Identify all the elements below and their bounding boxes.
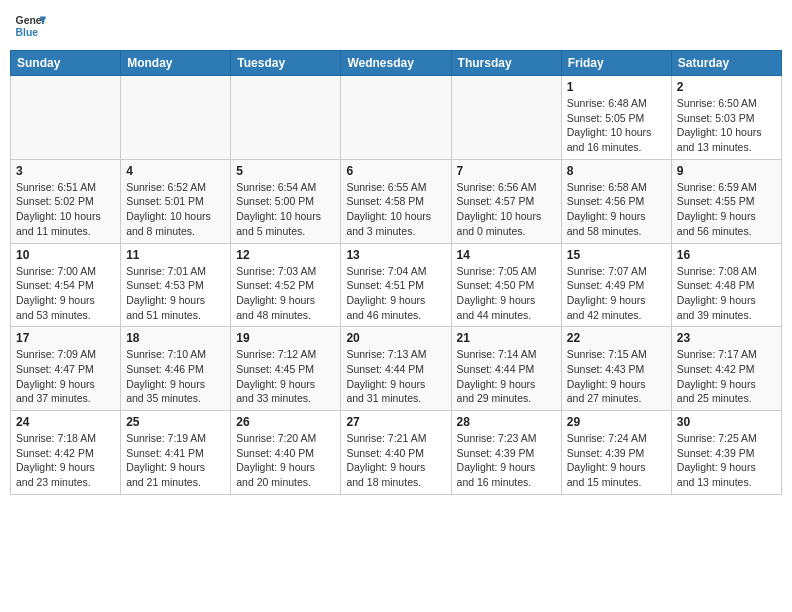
day-info: Sunrise: 7:18 AM Sunset: 4:42 PM Dayligh… xyxy=(16,431,115,490)
day-number: 8 xyxy=(567,164,666,178)
calendar-cell: 19Sunrise: 7:12 AM Sunset: 4:45 PM Dayli… xyxy=(231,327,341,411)
logo: General Blue xyxy=(14,10,46,42)
calendar-cell: 14Sunrise: 7:05 AM Sunset: 4:50 PM Dayli… xyxy=(451,243,561,327)
day-number: 28 xyxy=(457,415,556,429)
day-number: 11 xyxy=(126,248,225,262)
calendar-cell: 22Sunrise: 7:15 AM Sunset: 4:43 PM Dayli… xyxy=(561,327,671,411)
logo-icon: General Blue xyxy=(14,10,46,42)
day-info: Sunrise: 6:56 AM Sunset: 4:57 PM Dayligh… xyxy=(457,180,556,239)
svg-text:Blue: Blue xyxy=(16,27,39,38)
calendar-week-row: 24Sunrise: 7:18 AM Sunset: 4:42 PM Dayli… xyxy=(11,411,782,495)
calendar-cell: 9Sunrise: 6:59 AM Sunset: 4:55 PM Daylig… xyxy=(671,159,781,243)
calendar-week-row: 17Sunrise: 7:09 AM Sunset: 4:47 PM Dayli… xyxy=(11,327,782,411)
weekday-header-thursday: Thursday xyxy=(451,51,561,76)
calendar-cell: 23Sunrise: 7:17 AM Sunset: 4:42 PM Dayli… xyxy=(671,327,781,411)
calendar-cell: 6Sunrise: 6:55 AM Sunset: 4:58 PM Daylig… xyxy=(341,159,451,243)
day-number: 6 xyxy=(346,164,445,178)
day-number: 24 xyxy=(16,415,115,429)
day-number: 18 xyxy=(126,331,225,345)
day-number: 4 xyxy=(126,164,225,178)
calendar-week-row: 3Sunrise: 6:51 AM Sunset: 5:02 PM Daylig… xyxy=(11,159,782,243)
day-number: 17 xyxy=(16,331,115,345)
weekday-header-monday: Monday xyxy=(121,51,231,76)
day-number: 15 xyxy=(567,248,666,262)
day-number: 16 xyxy=(677,248,776,262)
weekday-header-wednesday: Wednesday xyxy=(341,51,451,76)
calendar-cell: 29Sunrise: 7:24 AM Sunset: 4:39 PM Dayli… xyxy=(561,411,671,495)
day-number: 23 xyxy=(677,331,776,345)
calendar-table: SundayMondayTuesdayWednesdayThursdayFrid… xyxy=(10,50,782,495)
calendar-cell: 16Sunrise: 7:08 AM Sunset: 4:48 PM Dayli… xyxy=(671,243,781,327)
day-number: 20 xyxy=(346,331,445,345)
calendar-cell xyxy=(231,76,341,160)
day-number: 25 xyxy=(126,415,225,429)
day-number: 1 xyxy=(567,80,666,94)
day-number: 21 xyxy=(457,331,556,345)
weekday-header-row: SundayMondayTuesdayWednesdayThursdayFrid… xyxy=(11,51,782,76)
calendar-cell: 24Sunrise: 7:18 AM Sunset: 4:42 PM Dayli… xyxy=(11,411,121,495)
day-info: Sunrise: 7:14 AM Sunset: 4:44 PM Dayligh… xyxy=(457,347,556,406)
calendar-cell: 30Sunrise: 7:25 AM Sunset: 4:39 PM Dayli… xyxy=(671,411,781,495)
day-info: Sunrise: 6:55 AM Sunset: 4:58 PM Dayligh… xyxy=(346,180,445,239)
calendar-cell: 8Sunrise: 6:58 AM Sunset: 4:56 PM Daylig… xyxy=(561,159,671,243)
day-number: 12 xyxy=(236,248,335,262)
day-info: Sunrise: 7:09 AM Sunset: 4:47 PM Dayligh… xyxy=(16,347,115,406)
calendar-cell: 7Sunrise: 6:56 AM Sunset: 4:57 PM Daylig… xyxy=(451,159,561,243)
weekday-header-friday: Friday xyxy=(561,51,671,76)
day-number: 22 xyxy=(567,331,666,345)
day-number: 27 xyxy=(346,415,445,429)
day-info: Sunrise: 7:24 AM Sunset: 4:39 PM Dayligh… xyxy=(567,431,666,490)
day-info: Sunrise: 7:20 AM Sunset: 4:40 PM Dayligh… xyxy=(236,431,335,490)
calendar-cell xyxy=(11,76,121,160)
calendar-cell: 27Sunrise: 7:21 AM Sunset: 4:40 PM Dayli… xyxy=(341,411,451,495)
day-info: Sunrise: 7:03 AM Sunset: 4:52 PM Dayligh… xyxy=(236,264,335,323)
day-number: 30 xyxy=(677,415,776,429)
calendar-cell: 1Sunrise: 6:48 AM Sunset: 5:05 PM Daylig… xyxy=(561,76,671,160)
calendar-cell: 10Sunrise: 7:00 AM Sunset: 4:54 PM Dayli… xyxy=(11,243,121,327)
calendar-cell: 12Sunrise: 7:03 AM Sunset: 4:52 PM Dayli… xyxy=(231,243,341,327)
day-info: Sunrise: 7:05 AM Sunset: 4:50 PM Dayligh… xyxy=(457,264,556,323)
day-info: Sunrise: 6:59 AM Sunset: 4:55 PM Dayligh… xyxy=(677,180,776,239)
day-number: 26 xyxy=(236,415,335,429)
calendar-cell: 13Sunrise: 7:04 AM Sunset: 4:51 PM Dayli… xyxy=(341,243,451,327)
day-info: Sunrise: 7:10 AM Sunset: 4:46 PM Dayligh… xyxy=(126,347,225,406)
calendar-cell xyxy=(121,76,231,160)
day-info: Sunrise: 6:58 AM Sunset: 4:56 PM Dayligh… xyxy=(567,180,666,239)
day-info: Sunrise: 7:07 AM Sunset: 4:49 PM Dayligh… xyxy=(567,264,666,323)
day-info: Sunrise: 7:08 AM Sunset: 4:48 PM Dayligh… xyxy=(677,264,776,323)
calendar-cell: 21Sunrise: 7:14 AM Sunset: 4:44 PM Dayli… xyxy=(451,327,561,411)
day-number: 19 xyxy=(236,331,335,345)
calendar-cell: 4Sunrise: 6:52 AM Sunset: 5:01 PM Daylig… xyxy=(121,159,231,243)
weekday-header-tuesday: Tuesday xyxy=(231,51,341,76)
day-number: 14 xyxy=(457,248,556,262)
calendar-cell: 3Sunrise: 6:51 AM Sunset: 5:02 PM Daylig… xyxy=(11,159,121,243)
day-info: Sunrise: 7:25 AM Sunset: 4:39 PM Dayligh… xyxy=(677,431,776,490)
calendar-cell: 18Sunrise: 7:10 AM Sunset: 4:46 PM Dayli… xyxy=(121,327,231,411)
calendar-week-row: 1Sunrise: 6:48 AM Sunset: 5:05 PM Daylig… xyxy=(11,76,782,160)
calendar-cell: 5Sunrise: 6:54 AM Sunset: 5:00 PM Daylig… xyxy=(231,159,341,243)
calendar-header: SundayMondayTuesdayWednesdayThursdayFrid… xyxy=(11,51,782,76)
day-number: 13 xyxy=(346,248,445,262)
calendar-cell xyxy=(451,76,561,160)
day-info: Sunrise: 6:52 AM Sunset: 5:01 PM Dayligh… xyxy=(126,180,225,239)
calendar-cell: 20Sunrise: 7:13 AM Sunset: 4:44 PM Dayli… xyxy=(341,327,451,411)
calendar-cell: 25Sunrise: 7:19 AM Sunset: 4:41 PM Dayli… xyxy=(121,411,231,495)
day-info: Sunrise: 6:50 AM Sunset: 5:03 PM Dayligh… xyxy=(677,96,776,155)
day-info: Sunrise: 6:54 AM Sunset: 5:00 PM Dayligh… xyxy=(236,180,335,239)
page-header: General Blue xyxy=(10,10,782,42)
calendar-cell: 28Sunrise: 7:23 AM Sunset: 4:39 PM Dayli… xyxy=(451,411,561,495)
day-number: 29 xyxy=(567,415,666,429)
calendar-cell xyxy=(341,76,451,160)
day-info: Sunrise: 7:17 AM Sunset: 4:42 PM Dayligh… xyxy=(677,347,776,406)
calendar-cell: 15Sunrise: 7:07 AM Sunset: 4:49 PM Dayli… xyxy=(561,243,671,327)
day-number: 9 xyxy=(677,164,776,178)
calendar-cell: 2Sunrise: 6:50 AM Sunset: 5:03 PM Daylig… xyxy=(671,76,781,160)
day-info: Sunrise: 7:13 AM Sunset: 4:44 PM Dayligh… xyxy=(346,347,445,406)
day-info: Sunrise: 6:48 AM Sunset: 5:05 PM Dayligh… xyxy=(567,96,666,155)
day-info: Sunrise: 7:23 AM Sunset: 4:39 PM Dayligh… xyxy=(457,431,556,490)
day-number: 7 xyxy=(457,164,556,178)
weekday-header-saturday: Saturday xyxy=(671,51,781,76)
calendar-week-row: 10Sunrise: 7:00 AM Sunset: 4:54 PM Dayli… xyxy=(11,243,782,327)
weekday-header-sunday: Sunday xyxy=(11,51,121,76)
calendar-cell: 11Sunrise: 7:01 AM Sunset: 4:53 PM Dayli… xyxy=(121,243,231,327)
